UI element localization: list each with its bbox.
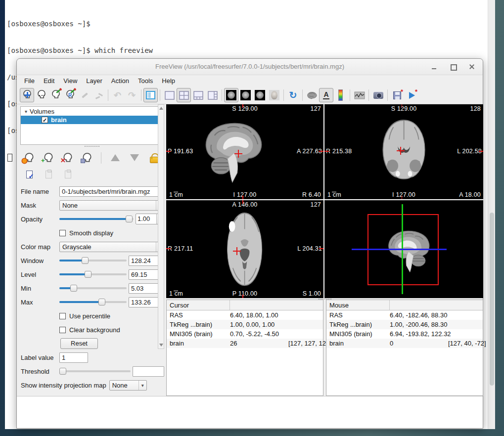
menu-edit[interactable]: Edit bbox=[39, 76, 59, 86]
maximize-button[interactable] bbox=[449, 63, 457, 71]
terminal-scrollbar-thumb[interactable] bbox=[490, 213, 494, 386]
layer-toolbar: + ✕ bbox=[22, 150, 164, 165]
projection-dropdown[interactable]: None▾ bbox=[109, 380, 147, 391]
voxel-edit-button[interactable] bbox=[48, 88, 63, 102]
roi-edit-button[interactable] bbox=[77, 88, 92, 102]
menu-action[interactable]: Action bbox=[107, 76, 134, 86]
layer-properties: File name Mask None▾ Opacity 1.00▲▼ Smoo… bbox=[20, 186, 164, 391]
move-layer-down-button[interactable] bbox=[127, 151, 142, 165]
load-volume-button[interactable]: + bbox=[41, 151, 56, 165]
minimize-button[interactable] bbox=[430, 63, 438, 71]
paste-settings-button[interactable] bbox=[41, 168, 56, 181]
viewport-3d[interactable] bbox=[324, 200, 483, 298]
view-3d-button[interactable] bbox=[267, 88, 281, 102]
layer-tree[interactable]: ▾ Volumes ✓ brain bbox=[20, 106, 164, 145]
toolbar-separator bbox=[108, 89, 108, 101]
view-coronal-button[interactable] bbox=[238, 88, 253, 102]
mask-dropdown[interactable]: None▾ bbox=[59, 200, 164, 211]
layout-1x1-button[interactable] bbox=[162, 88, 177, 102]
viewport-coronal[interactable]: S 129.00 128 R 215.38 L 202.58 I 127.00 … bbox=[324, 104, 483, 199]
smooth-display-checkbox[interactable] bbox=[59, 230, 66, 236]
scroll-down-icon[interactable] bbox=[159, 344, 163, 347]
menu-help[interactable]: Help bbox=[157, 76, 180, 86]
reset-view-button[interactable]: ↻ bbox=[286, 88, 300, 102]
cursor-table-header[interactable]: Cursor bbox=[167, 300, 323, 310]
save-volume-button[interactable] bbox=[80, 151, 94, 165]
layer-visible-checkbox[interactable]: ✓ bbox=[42, 117, 48, 123]
row-value: 6.40, 18.00, 1.00 bbox=[230, 311, 288, 319]
annotation-button[interactable]: A bbox=[319, 88, 333, 102]
tree-group-label: Volumes bbox=[30, 108, 54, 115]
snapshot-button[interactable] bbox=[371, 88, 385, 102]
undo-button[interactable]: ↶ bbox=[110, 88, 125, 102]
new-volume-button[interactable] bbox=[22, 151, 37, 165]
menu-layer[interactable]: Layer bbox=[82, 76, 107, 86]
window-title: FreeView (/usr/local/freesurfer/7.0.0-1/… bbox=[17, 63, 483, 70]
label-value-input[interactable] bbox=[59, 352, 88, 363]
titlebar[interactable]: FreeView (/usr/local/freesurfer/7.0.0-1/… bbox=[17, 59, 483, 75]
scale-bar: 1 cm bbox=[327, 191, 341, 198]
load-volume-icon: + bbox=[41, 157, 45, 164]
tree-group-volumes[interactable]: ▾ Volumes bbox=[21, 107, 163, 116]
move-layer-up-button[interactable] bbox=[108, 151, 123, 165]
layout-1x3-col-button[interactable] bbox=[205, 88, 220, 102]
measure-button[interactable] bbox=[34, 88, 48, 102]
color-map-dropdown[interactable]: Grayscale▾ bbox=[59, 242, 164, 252]
navigate-button[interactable] bbox=[20, 88, 34, 102]
close-button[interactable] bbox=[468, 63, 476, 71]
show-surface-button[interactable] bbox=[305, 88, 319, 102]
copy-settings-icon: ✓ bbox=[26, 171, 33, 178]
menu-tools[interactable]: Tools bbox=[134, 76, 157, 86]
paste-settings-all-button[interactable] bbox=[60, 168, 75, 181]
colorbar-button[interactable] bbox=[333, 88, 348, 102]
panel-scrollbar[interactable] bbox=[158, 104, 164, 349]
window-slider[interactable] bbox=[59, 256, 127, 265]
redo-button[interactable]: ↷ bbox=[125, 88, 139, 102]
clear-background-checkbox[interactable] bbox=[59, 327, 66, 333]
recon-edit-button[interactable]: R bbox=[63, 88, 77, 102]
use-percentile-checkbox[interactable] bbox=[59, 313, 66, 319]
max-row: Max bbox=[20, 297, 164, 307]
toolbar-separator bbox=[302, 89, 303, 101]
level-slider[interactable] bbox=[59, 269, 127, 279]
tree-collapse-icon[interactable]: ▾ bbox=[25, 109, 27, 114]
tree-item-brain[interactable]: ✓ brain bbox=[21, 116, 163, 124]
save-pointset-button[interactable]: * bbox=[390, 88, 404, 102]
menu-view[interactable]: View bbox=[59, 76, 82, 86]
min-slider[interactable] bbox=[59, 283, 127, 293]
coronal-view-icon bbox=[240, 90, 251, 100]
label-anterior: A 227.63 bbox=[297, 148, 322, 155]
menu-file[interactable]: File bbox=[20, 76, 39, 86]
mouse-table-header[interactable]: Mouse bbox=[326, 300, 483, 310]
time-course-button[interactable] bbox=[352, 88, 367, 102]
label-anterior: A 146.00 bbox=[232, 201, 258, 208]
threshold-slider[interactable] bbox=[59, 366, 131, 376]
label-slice-pos: R 6.40 bbox=[302, 191, 321, 198]
close-volume-button[interactable]: ✕ bbox=[60, 151, 75, 165]
layout-1x3-button[interactable] bbox=[191, 88, 205, 102]
toolbar-separator bbox=[101, 152, 101, 164]
reset-button[interactable]: Reset bbox=[60, 338, 98, 349]
threshold-input[interactable] bbox=[133, 366, 164, 377]
annotation-icon: A bbox=[323, 91, 329, 99]
scale-bar: 1 cm bbox=[169, 191, 183, 198]
table-row: RAS 6.40, -182.46, 88.30 bbox=[326, 310, 483, 320]
viewport-sagittal[interactable]: S 129.00 127 P 191.63 A 227.63 I 127.00 … bbox=[166, 104, 323, 199]
viewport-axial[interactable]: A 146.00 127 R 217.11 L 204.31 P 110.00 … bbox=[166, 200, 323, 298]
mouse-table: Mouse RAS 6.40, -182.46, 88.30 TkReg ...… bbox=[326, 300, 483, 396]
pointset-edit-button[interactable] bbox=[92, 88, 106, 102]
label-posterior: P 191.63 bbox=[168, 148, 193, 155]
scroll-up-icon[interactable] bbox=[159, 107, 163, 110]
toggle-panel-button[interactable] bbox=[143, 88, 158, 102]
opacity-slider[interactable] bbox=[59, 214, 134, 224]
panel-splitter-handle[interactable] bbox=[85, 146, 99, 147]
layout-2x2-button[interactable] bbox=[177, 88, 191, 102]
view-sagittal-button[interactable] bbox=[224, 88, 238, 102]
file-name-input[interactable] bbox=[59, 186, 164, 197]
terminal-scrollbar[interactable] bbox=[488, 0, 495, 429]
view-axial-button[interactable] bbox=[253, 88, 267, 102]
max-slider[interactable] bbox=[59, 297, 127, 307]
move-down-icon bbox=[130, 154, 139, 161]
goto-point-button[interactable]: * bbox=[404, 88, 418, 102]
copy-settings-button[interactable]: ✓ bbox=[22, 168, 37, 181]
